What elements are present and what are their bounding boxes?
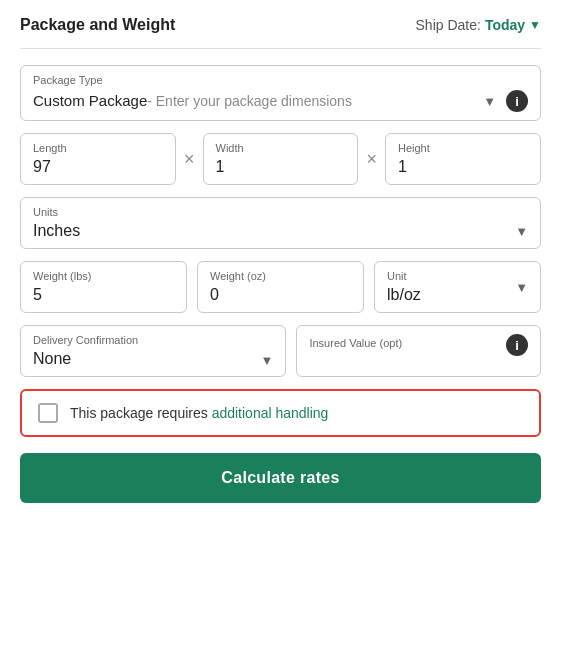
units-row: Inches ▼ — [33, 222, 528, 240]
additional-handling-section: This package requires additional handlin… — [20, 389, 541, 437]
delivery-chevron-icon[interactable]: ▼ — [261, 353, 274, 368]
header: Package and Weight Ship Date: Today ▼ — [20, 16, 541, 49]
width-value: 1 — [216, 158, 346, 176]
calculate-rates-button[interactable]: Calculate rates — [20, 453, 541, 503]
unit-type-value: lb/oz — [387, 286, 421, 304]
package-type-box[interactable]: Package Type Custom Package- Enter your … — [20, 65, 541, 121]
height-value: 1 — [398, 158, 528, 176]
units-label: Units — [33, 206, 528, 218]
length-field[interactable]: Length 97 — [20, 133, 176, 185]
additional-handling-text: This package requires additional handlin… — [70, 405, 328, 421]
unit-type-chevron-icon[interactable]: ▼ — [515, 280, 528, 295]
insured-top: Insured Value (opt) i — [309, 334, 528, 356]
weight-lbs-value: 5 — [33, 286, 174, 304]
width-label: Width — [216, 142, 346, 154]
ship-date-label: Ship Date: — [416, 17, 481, 33]
ship-date-chevron-icon[interactable]: ▼ — [529, 18, 541, 32]
units-chevron-icon[interactable]: ▼ — [515, 224, 528, 239]
delivery-field-inner: None ▼ — [33, 350, 273, 368]
width-height-separator-icon: × — [366, 149, 377, 170]
weight-lbs-label: Weight (lbs) — [33, 270, 174, 282]
weight-oz-label: Weight (oz) — [210, 270, 351, 282]
units-box[interactable]: Units Inches ▼ — [20, 197, 541, 249]
height-label: Height — [398, 142, 528, 154]
delivery-confirmation-field[interactable]: Delivery Confirmation None ▼ — [20, 325, 286, 377]
page-title: Package and Weight — [20, 16, 175, 34]
unit-type-field[interactable]: Unit lb/oz ▼ — [374, 261, 541, 313]
weight-oz-field[interactable]: Weight (oz) 0 — [197, 261, 364, 313]
additional-handling-link[interactable]: additional handling — [212, 405, 329, 421]
delivery-insured-section: Delivery Confirmation None ▼ Insured Val… — [20, 325, 541, 377]
length-label: Length — [33, 142, 163, 154]
ship-date-container: Ship Date: Today ▼ — [416, 17, 541, 33]
delivery-insured-row: Delivery Confirmation None ▼ Insured Val… — [20, 325, 541, 377]
units-value: Inches — [33, 222, 80, 240]
package-type-content: Custom Package- Enter your package dimen… — [33, 92, 483, 110]
additional-handling-checkbox[interactable] — [38, 403, 58, 423]
weight-section: Weight (lbs) 5 Weight (oz) 0 Unit lb/oz … — [20, 261, 541, 313]
package-type-icons: ▼ i — [483, 90, 528, 112]
weight-row: Weight (lbs) 5 Weight (oz) 0 Unit lb/oz … — [20, 261, 541, 313]
length-width-separator-icon: × — [184, 149, 195, 170]
package-type-label: Package Type — [33, 74, 528, 86]
dimensions-row: Length 97 × Width 1 × Height 1 — [20, 133, 541, 185]
unit-type-label: Unit — [387, 270, 421, 282]
insured-value-label: Insured Value (opt) — [309, 337, 402, 349]
delivery-confirmation-label: Delivery Confirmation — [33, 334, 273, 346]
delivery-confirmation-value: None — [33, 350, 71, 368]
insured-value-field[interactable]: Insured Value (opt) i — [296, 325, 541, 377]
main-container: Package and Weight Ship Date: Today ▼ Pa… — [0, 0, 561, 527]
package-type-section: Package Type Custom Package- Enter your … — [20, 65, 541, 121]
length-value: 97 — [33, 158, 163, 176]
height-field[interactable]: Height 1 — [385, 133, 541, 185]
package-type-value: Custom Package- Enter your package dimen… — [33, 92, 352, 109]
width-field[interactable]: Width 1 — [203, 133, 359, 185]
units-section: Units Inches ▼ — [20, 197, 541, 249]
package-type-row: Custom Package- Enter your package dimen… — [33, 90, 528, 112]
package-type-info-icon[interactable]: i — [506, 90, 528, 112]
insured-info-icon[interactable]: i — [506, 334, 528, 356]
package-type-chevron-icon[interactable]: ▼ — [483, 94, 496, 109]
dimensions-section: Length 97 × Width 1 × Height 1 — [20, 133, 541, 185]
weight-oz-value: 0 — [210, 286, 351, 304]
additional-handling-box: This package requires additional handlin… — [20, 389, 541, 437]
weight-lbs-field[interactable]: Weight (lbs) 5 — [20, 261, 187, 313]
ship-date-value: Today — [485, 17, 525, 33]
